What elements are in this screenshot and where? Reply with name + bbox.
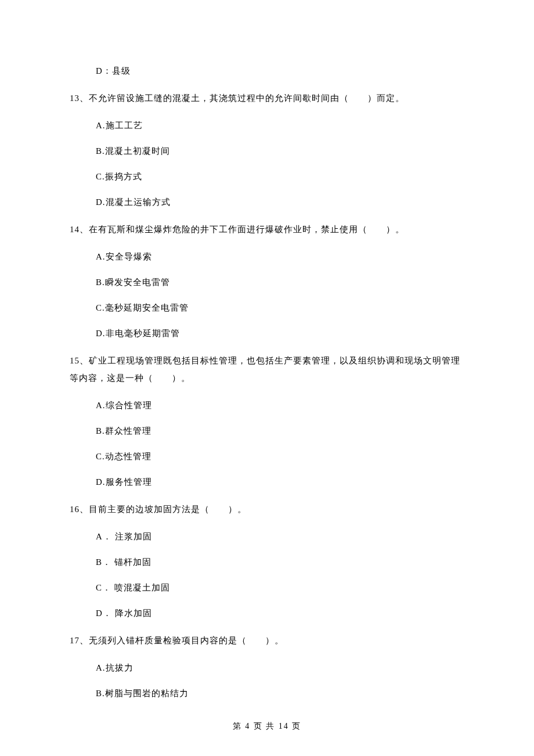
q16-option-b: B． 锚杆加固	[70, 555, 464, 569]
q13-text: 13、不允许留设施工缝的混凝土，其浇筑过程中的允许间歇时间由（ ）而定。	[70, 89, 464, 107]
q17-option-b: B.树脂与围岩的粘结力	[70, 686, 464, 700]
q17-option-a: A.抗拔力	[70, 661, 464, 675]
q13-option-b: B.混凝土初凝时间	[70, 144, 464, 158]
q14-option-d: D.非电毫秒延期雷管	[70, 326, 464, 340]
q15-option-c: C.动态性管理	[70, 449, 464, 463]
q14-option-a: A.安全导爆索	[70, 250, 464, 264]
q16-option-c: C． 喷混凝土加固	[70, 581, 464, 595]
q16-option-d: D． 降水加固	[70, 606, 464, 620]
q13-option-a: A.施工工艺	[70, 118, 464, 132]
q16-text: 16、目前主要的边坡加固方法是（ ）。	[70, 501, 464, 518]
q16-option-a: A． 注浆加固	[70, 530, 464, 543]
q14-text: 14、在有瓦斯和煤尘爆炸危险的井下工作面进行爆破作业时，禁止使用（ ）。	[70, 221, 464, 238]
q12-option-d: D：县级	[70, 64, 464, 78]
q17-text: 17、无须列入锚杆质量检验项目内容的是（ ）。	[70, 632, 464, 649]
q15-text: 15、矿业工程现场管理既包括目标性管理，也包括生产要素管理，以及组织协调和现场文…	[70, 352, 464, 387]
q15-option-b: B.群众性管理	[70, 424, 464, 438]
page-footer: 第 4 页 共 14 页	[0, 720, 534, 733]
q14-option-b: B.瞬发安全电雷管	[70, 275, 464, 289]
q13-option-d: D.混凝土运输方式	[70, 195, 464, 209]
q14-option-c: C.毫秒延期安全电雷管	[70, 301, 464, 315]
q15-option-a: A.综合性管理	[70, 398, 464, 412]
q15-option-d: D.服务性管理	[70, 475, 464, 489]
q13-option-c: C.振捣方式	[70, 170, 464, 183]
